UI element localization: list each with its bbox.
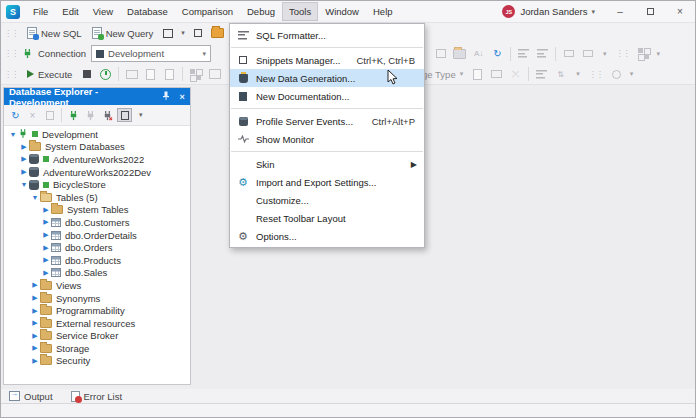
- user-menu-caret-icon[interactable]: ▾: [591, 8, 595, 16]
- chevron-right-icon[interactable]: ▶: [19, 168, 29, 176]
- pin-icon[interactable]: [158, 91, 174, 102]
- tree-item-views[interactable]: ▶ Views: [4, 279, 190, 292]
- open-file-icon[interactable]: [210, 26, 225, 40]
- chevron-right-icon[interactable]: ▶: [30, 294, 40, 302]
- menu-item-show-monitor[interactable]: Show Monitor: [230, 130, 424, 148]
- chevron-down-icon[interactable]: ▼: [8, 131, 18, 138]
- menu-window[interactable]: Window: [318, 2, 366, 21]
- toolbar-grip[interactable]: ⋮⋮: [4, 29, 18, 38]
- show-documents-icon[interactable]: [117, 108, 132, 122]
- data-compare-icon[interactable]: [188, 67, 203, 81]
- explorer-title-bar[interactable]: Database Explorer - Development ×: [4, 88, 190, 105]
- explorer-more-caret-icon[interactable]: ▾: [139, 111, 143, 119]
- user-avatar[interactable]: JS: [502, 5, 515, 18]
- menu-debug[interactable]: Debug: [240, 2, 282, 21]
- record-caret-icon[interactable]: ▾: [630, 70, 634, 78]
- error-list-tab[interactable]: Error List: [71, 391, 123, 402]
- tree-item-synonyms[interactable]: ▶ Synonyms: [4, 292, 190, 305]
- tree-item-storage[interactable]: ▶ Storage: [4, 342, 190, 355]
- results-image-icon[interactable]: [207, 67, 222, 81]
- toolbar-options-caret-icon[interactable]: ▾: [603, 50, 607, 58]
- chevron-right-icon[interactable]: ▶: [19, 143, 29, 151]
- chevron-right-icon[interactable]: ▶: [30, 344, 40, 352]
- comment-icon[interactable]: [561, 47, 576, 61]
- minimize-button[interactable]: –: [605, 3, 635, 20]
- import-data-icon[interactable]: [162, 67, 177, 81]
- menu-item-reset-toolbar-layout[interactable]: Reset Toolbar Layout: [230, 209, 424, 227]
- menu-item-customize[interactable]: Customize...: [230, 191, 424, 209]
- tree-item-development[interactable]: ▼ Development: [4, 128, 190, 141]
- tree-item-dbo-orderdetails[interactable]: ▶ dbo.OrderDetails: [4, 229, 190, 242]
- chevron-right-icon[interactable]: ▶: [41, 231, 51, 239]
- snapshot-icon[interactable]: [124, 67, 139, 81]
- tree-item-dbo-products[interactable]: ▶ dbo.Products: [4, 254, 190, 267]
- new-document-caret-icon[interactable]: ▾: [181, 29, 185, 37]
- tree-item-dbo-sales[interactable]: ▶ dbo.Sales: [4, 267, 190, 280]
- toolbar-grip[interactable]: ⋮⋮: [589, 70, 603, 79]
- explorer-refresh-icon[interactable]: ↻: [8, 108, 23, 122]
- paste-icon[interactable]: [470, 67, 485, 81]
- tree-item-system-tables[interactable]: ▶ System Tables: [4, 204, 190, 217]
- tree-item-adventureworks2022[interactable]: ▶ AdventureWorks2022: [4, 153, 190, 166]
- query-options-caret-icon[interactable]: ▾: [576, 70, 580, 78]
- toolbar-grip[interactable]: ⋮⋮: [616, 49, 630, 58]
- chevron-right-icon[interactable]: ▶: [41, 244, 51, 252]
- connection-select[interactable]: Development ▾: [91, 45, 211, 62]
- sort-desc-icon[interactable]: ⇅: [553, 67, 568, 81]
- chevron-right-icon[interactable]: ▶: [30, 357, 40, 365]
- chevron-right-icon[interactable]: ▶: [19, 155, 29, 163]
- menu-file[interactable]: File: [26, 2, 55, 21]
- comment-bubble-icon[interactable]: [489, 67, 504, 81]
- menu-item-new-documentation[interactable]: New Documentation...: [230, 87, 424, 105]
- shuffle-icon[interactable]: ⤫: [508, 67, 523, 81]
- uncomment-icon[interactable]: [580, 47, 595, 61]
- menu-edit[interactable]: Edit: [55, 2, 85, 21]
- output-tab[interactable]: Output: [9, 391, 53, 402]
- new-sql-button[interactable]: New SQL: [22, 25, 87, 41]
- sort-az-icon[interactable]: A↓: [471, 47, 486, 61]
- menu-item-skin[interactable]: Skin ▶: [230, 155, 424, 173]
- layout-caret-icon[interactable]: ▾: [657, 50, 661, 58]
- new-object-icon[interactable]: [191, 26, 206, 40]
- menu-database[interactable]: Database: [120, 2, 175, 21]
- chevron-down-icon[interactable]: ▼: [30, 194, 40, 201]
- tree-item-bicyclestore[interactable]: ▼ BicycleStore: [4, 178, 190, 191]
- close-button[interactable]: ×: [665, 3, 695, 20]
- chevron-right-icon[interactable]: ▶: [30, 319, 40, 327]
- refresh-icon[interactable]: ↻: [490, 47, 505, 61]
- chevron-right-icon[interactable]: ▶: [30, 281, 40, 289]
- layout-grid-icon[interactable]: [636, 47, 651, 61]
- tree-item-tables[interactable]: ▼ Tables (5): [4, 191, 190, 204]
- tree-item-dbo-orders[interactable]: ▶ dbo.Orders: [4, 241, 190, 254]
- tree-item-adventureworks2022dev[interactable]: ▶ AdventureWorks2022Dev: [4, 166, 190, 179]
- disconnect-icon[interactable]: [100, 108, 115, 122]
- tree-item-security[interactable]: ▶ Security: [4, 355, 190, 368]
- maximize-button[interactable]: [635, 3, 665, 20]
- new-connection-icon[interactable]: [66, 108, 81, 122]
- menu-item-snippets-manager[interactable]: Snippets Manager... Ctrl+K, Ctrl+B: [230, 51, 424, 69]
- tree-item-service-broker[interactable]: ▶ Service Broker: [4, 330, 190, 343]
- new-query-button[interactable]: New Query: [87, 25, 159, 41]
- tree-item-programmability[interactable]: ▶ Programmability: [4, 304, 190, 317]
- outline-icon[interactable]: [534, 67, 549, 81]
- tree-item-dbo-customers[interactable]: ▶ dbo.Customers: [4, 216, 190, 229]
- indent-decrease-icon[interactable]: [516, 47, 531, 61]
- chevron-right-icon[interactable]: ▶: [41, 206, 51, 214]
- record-icon[interactable]: [609, 67, 624, 81]
- menu-help[interactable]: Help: [366, 2, 400, 21]
- toolbar-grip[interactable]: ⋮⋮: [4, 49, 18, 58]
- connect-plug-icon[interactable]: [22, 48, 33, 59]
- chevron-down-icon[interactable]: ▼: [19, 181, 29, 188]
- connect-icon[interactable]: [83, 108, 98, 122]
- frame-icon[interactable]: [433, 47, 448, 61]
- query-profiling-icon[interactable]: [98, 67, 113, 81]
- stop-icon[interactable]: [79, 67, 94, 81]
- save-layout-icon[interactable]: [452, 47, 467, 61]
- explorer-delete-icon[interactable]: ×: [25, 108, 40, 122]
- chevron-right-icon[interactable]: ▶: [41, 218, 51, 226]
- export-results-icon[interactable]: [143, 67, 158, 81]
- chevron-right-icon[interactable]: ▶: [30, 307, 40, 315]
- menu-item-import-export-settings[interactable]: ⚙ Import and Export Settings...: [230, 173, 424, 191]
- execute-button[interactable]: Execute: [22, 67, 77, 82]
- menu-item-options[interactable]: ⚙ Options...: [230, 227, 424, 245]
